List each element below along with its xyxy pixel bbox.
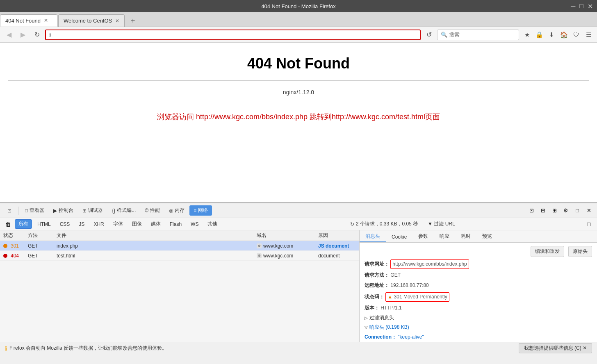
network-filter-bar: 🗑 所有 HTML CSS JS XHR 字体 图像 媒体 Flash WS 其… [0,218,597,230]
filter-js[interactable]: JS [75,220,88,228]
responsive-icon[interactable]: □ [572,206,582,216]
close-button[interactable]: ✕ [588,2,593,10]
filter-ws[interactable]: WS [187,220,202,228]
filter-fonts[interactable]: 字体 [109,219,127,229]
status-code-label: 状态码： [365,294,384,300]
status-bar-button[interactable]: 我想选择提供哪些信息 (C) ✕ [519,343,592,353]
nav-bar: ◀ ▶ ↻ ℹ www.kgc.com/test.html ↺ 🔍 ★ 🔒 ⬇ … [0,27,597,43]
reader-icon[interactable]: 🔒 [534,30,545,40]
dock-right-icon[interactable]: ⊞ [549,206,559,216]
memory-label: 内存 [175,207,185,214]
tab-welcome-centos[interactable]: Welcome to CentOS ✕ [58,14,125,27]
status-code: 301 [9,243,21,249]
edit-resend-button[interactable]: 编辑和重发 [531,246,564,257]
status-info-icon: ℹ [5,345,7,352]
perf-icon: © [145,208,148,214]
filter-images[interactable]: 图像 [128,219,146,229]
url-input[interactable]: www.kgc.com/test.html [54,32,417,38]
filter-headers-section[interactable]: ▷ 过滤消息头 [365,314,592,321]
row-method: GET [26,253,55,259]
table-row[interactable]: 404 GET test.html ⊘ www.kgc.com document [0,251,359,261]
network-label: 网络 [198,207,208,214]
raw-headers-button[interactable]: 原始头 [568,246,592,257]
domain-icon: ⊘ [257,253,262,258]
devtools-style-editor[interactable]: {} 样式编... [108,205,140,216]
page-subtitle: nginx/1.12.0 [8,89,589,96]
toolbar-separator [18,207,18,215]
status-indicator [3,244,7,248]
tab-label: 404 Not Found [5,18,41,24]
devtools-network[interactable]: ≡ 网络 [189,205,212,216]
devtools-performance[interactable]: © 性能 [141,205,164,216]
details-tabs: 消息头 Cookie 参数 响应 耗时 预览 [360,230,597,243]
window-title: 404 Not Found - Mozilla Firefox [261,3,335,9]
filter-headers-label: 过滤消息头 [369,314,394,321]
status-code: 404 [9,253,21,259]
filter-xhr[interactable]: XHR [90,220,107,228]
row-file: index.php [55,243,255,249]
col-status: 状态 [2,232,26,239]
devtools-inspector[interactable]: □ 查看器 [21,205,48,216]
tab-preview[interactable]: 预览 [476,231,498,242]
devtools-memory[interactable]: ◎ 内存 [165,205,189,216]
row-reason: document [317,253,358,259]
row-status: 404 [2,253,26,259]
filter-all[interactable]: 所有 [15,219,32,229]
close-devtools-icon[interactable]: ✕ [584,206,594,216]
tab-404-not-found[interactable]: 404 Not Found ✕ [0,14,57,27]
console-icon: ▶ [53,208,57,214]
window-controls[interactable]: ─ □ ✕ [571,2,593,10]
filter-html[interactable]: HTML [34,220,55,228]
search-input[interactable] [449,32,518,38]
search-bar[interactable]: 🔍 [437,30,519,40]
filter-flash[interactable]: Flash [166,220,185,228]
shield-icon[interactable]: 🛡 [571,30,581,40]
info-icon: ℹ [49,32,51,38]
refresh-button[interactable]: ↻ [31,29,43,41]
network-content: 状态 方法 文件 域名 原因 301 GET index.php ⊘ www.k… [0,230,597,342]
new-tab-button[interactable]: + [127,15,139,27]
filter-media[interactable]: 媒体 [147,219,164,229]
connection-value: "keep-alive" [398,334,424,340]
address-bar[interactable]: ℹ www.kgc.com/test.html [45,30,421,40]
checkbox-icon: □ [25,208,28,214]
memory-icon: ◎ [169,208,173,214]
reload-button[interactable]: ↺ [423,29,435,41]
filter-url-label: ▼ 过滤 URL [428,221,455,228]
page-content: 404 Not Found nginx/1.12.0 浏览器访问 http://… [0,43,597,202]
tab-response[interactable]: 响应 [434,231,455,242]
tab-timing[interactable]: 耗时 [455,231,476,242]
download-icon[interactable]: ⬇ [546,30,557,40]
maximize-button[interactable]: □ [579,2,583,10]
triangle-icon: ▽ [365,325,368,330]
minimize-button[interactable]: ─ [571,2,575,10]
back-button[interactable]: ◀ [3,29,15,41]
devtools-debugger[interactable]: ⊞ 调试器 [78,205,107,216]
dock-left-icon[interactable]: ⊡ [526,206,536,216]
filter-css[interactable]: CSS [56,220,74,228]
expand-url-filter-icon[interactable]: □ [584,219,594,229]
tab-cookie[interactable]: Cookie [386,232,412,242]
menu-icon[interactable]: ☰ [583,30,594,40]
dock-bottom-icon[interactable]: ⊟ [538,206,548,216]
response-headers-section[interactable]: ▽ 响应头 (0.198 KB) [365,324,592,331]
filter-other[interactable]: 其他 [204,219,221,229]
devtools-inspect[interactable]: ⊡ [3,206,16,215]
devtools-console[interactable]: ▶ 控制台 [49,205,77,216]
tab-params[interactable]: 参数 [412,231,434,242]
details-content: 编辑和重发 原始头 请求网址： http://www.kgc.com/bbs/i… [360,243,597,342]
bookmark-icon[interactable]: ★ [522,30,532,40]
status-bar: ℹ Firefox 会自动向 Mozilla 反馈一些数据，让我们能够改善您的使… [0,342,597,354]
tab-bar: 404 Not Found ✕ Welcome to CentOS ✕ + [0,12,597,27]
tab-close-icon[interactable]: ✕ [115,18,119,24]
col-file: 文件 [55,232,255,239]
tab-message-headers[interactable]: 消息头 [360,231,386,242]
forward-button[interactable]: ▶ [17,29,29,41]
home-icon[interactable]: 🏠 [558,30,569,40]
tab-close-icon[interactable]: ✕ [44,18,48,23]
clear-network-button[interactable]: 🗑 [3,219,13,229]
table-row[interactable]: 301 GET index.php ⊘ www.kgc.com JS docum… [0,241,359,251]
remote-address-value: 192.168.80.77:80 [390,282,428,288]
stats-text: 2 个请求，0.33 KB，0.05 秒 [356,221,418,228]
settings-icon[interactable]: ⚙ [561,206,571,216]
